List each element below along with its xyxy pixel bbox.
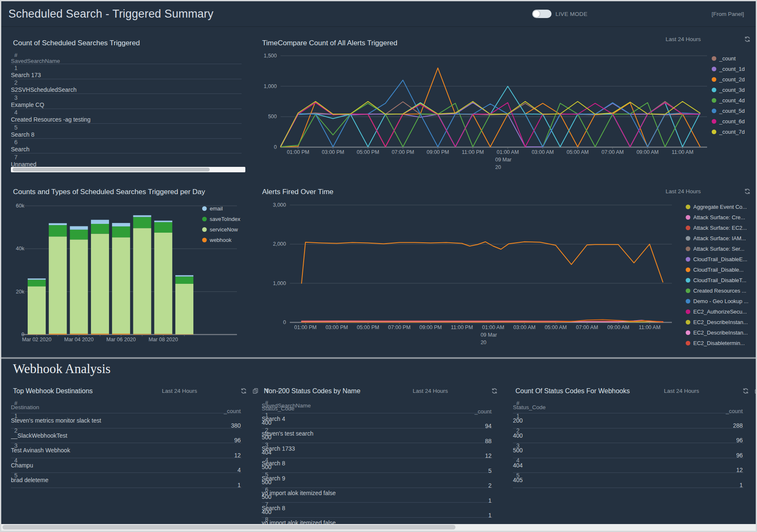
table-row[interactable]: 3Search 173340412 [262,443,492,458]
legend-item[interactable]: email [202,203,240,214]
svg-text:1,500: 1,500 [264,53,277,59]
legend-item[interactable]: Demo - Geo Lookup ... [686,296,749,306]
legend-item[interactable]: Attack Surface: Cre... [686,212,749,223]
legend-item[interactable]: _count_3d [712,85,745,95]
table-row[interactable]: 4Champu4 [11,458,242,473]
more-options-icon[interactable] [740,388,746,394]
legend-item[interactable]: EC2_Disabletermin... [686,338,749,348]
time-range-label[interactable]: Last 24 Hours [666,36,701,42]
live-mode-toggle[interactable] [532,10,551,18]
more-options-icon[interactable] [238,388,244,394]
legend-item[interactable]: _count_2d [712,74,745,85]
table-row[interactable]: 4Search 85005 [262,458,492,473]
legend-item[interactable]: _count_4d [712,95,745,106]
svg-text:05:00 AM: 05:00 AM [545,324,567,330]
refresh-icon[interactable] [656,10,663,18]
filter-icon[interactable] [477,388,483,394]
refresh-icon[interactable] [203,388,209,394]
table-row[interactable]: 2steven's test search50088 [262,428,492,444]
legend-item[interactable]: CloudTrail_DisableT... [686,275,749,285]
table-cell: 3 [11,94,242,101]
legend-swatch [712,77,716,82]
legend-item[interactable]: saveToIndex [202,214,240,224]
share-icon[interactable] [637,10,644,18]
copy-icon[interactable] [465,388,471,394]
legend-item[interactable]: Created Resources ... [686,285,749,296]
legend-item[interactable]: CloudTrail_DisableE... [686,254,749,265]
table-row[interactable]: 1Steven's metrics monitor slack test380 [11,413,242,428]
legend-label: serviceNow [210,226,238,233]
legend-item[interactable]: Attack Surface: IAM... [686,233,749,244]
table-horizontal-scrollbar[interactable] [11,167,245,172]
table-row[interactable]: 4Created Resources -ag testing [11,109,242,124]
filter-icon[interactable] [618,10,625,18]
legend-item[interactable]: serviceNow [202,224,240,235]
table-row[interactable]: 2S2SVHScheduledSearch [11,79,242,94]
copy-icon[interactable] [718,188,724,195]
table-row[interactable]: 1Search 173 [11,64,242,79]
time-range-label[interactable]: Last 24 Hours [162,388,197,394]
table-row[interactable]: 1Search 440094 [262,413,492,428]
legend-item[interactable]: CloudTrail_Disable... [686,265,749,275]
table-row[interactable]: 5Search 8 [11,124,242,139]
refresh-icon[interactable] [706,36,713,42]
edit-icon[interactable] [599,10,606,18]
svg-text:09:00 PM: 09:00 PM [427,149,449,155]
table-row[interactable]: 3Test Avinash Webhook12 [11,443,242,458]
refresh-icon[interactable] [706,188,713,195]
svg-text:09 Mar: 09 Mar [481,332,497,338]
table-row[interactable]: 54051 [513,473,744,488]
filter-icon[interactable] [728,388,734,394]
legend-swatch [686,309,690,314]
filter-icon[interactable] [730,188,736,195]
timecompare-chart[interactable]: 05001,0001,50001:00 PM03:00 PM05:00 PM07… [252,49,752,174]
table-row[interactable]: 6yo import alok itemized false5001 [262,488,492,503]
legend-item[interactable]: _count [712,53,745,64]
table-row[interactable]: 350096 [513,443,744,458]
table-row[interactable]: 2__SlackWebhookTest96 [11,428,242,444]
legend-item[interactable]: _count_7d [712,127,745,137]
scrollbar-thumb[interactable] [13,168,210,171]
legend-item[interactable]: Aggregate Event Co... [686,202,749,212]
legend-item[interactable]: webhook [202,235,240,245]
scrollbar-thumb[interactable] [3,525,455,529]
legend-item[interactable]: EC2_DescribeInstan... [686,327,749,338]
filter-icon[interactable] [226,388,232,394]
time-range-label[interactable]: Last 24 Hours [413,388,448,394]
clock-icon[interactable] [694,10,701,18]
alerts-legend: Aggregate Event Co...Attack Surface: Cre… [686,202,749,348]
legend-item[interactable]: _count_5d [712,106,745,116]
table-row[interactable]: 5brad deleteme1 [11,473,242,488]
page-horizontal-scrollbar[interactable] [1,524,756,531]
filter-icon[interactable] [730,36,736,42]
table-cell: 4 [11,109,242,116]
more-options-icon[interactable] [741,36,748,42]
more-options-icon[interactable] [489,388,495,394]
table-row[interactable]: 7Search 84001 [262,503,492,518]
table-row[interactable]: 6Search [11,139,242,154]
legend-item[interactable]: Attack Surface: Ser... [686,244,749,254]
alerts-chart[interactable]: 01,0002,0003,00001:00 PM03:00 PM05:00 PM… [252,197,679,356]
table-row[interactable]: 7Unnamed [11,153,242,169]
copy-icon[interactable] [716,388,723,394]
copy-icon[interactable] [214,388,221,394]
table-row[interactable]: 240096 [513,428,744,444]
more-options-icon[interactable] [741,188,748,195]
panel-title: Count of Scheduled Searches Triggered [13,39,140,47]
table-row[interactable]: 5Search 95002 [262,473,492,488]
table-row[interactable]: 3Example CQ [11,94,242,109]
refresh-icon[interactable] [705,388,711,394]
table-row[interactable]: 440412 [513,458,744,473]
refresh-icon[interactable] [453,388,460,394]
legend-item[interactable]: EC2_AuthorizeSecu... [686,306,749,317]
legend-item[interactable]: _count_6d [712,116,745,127]
table-row[interactable]: 1200288 [513,413,744,428]
copy-icon[interactable] [718,36,724,42]
table-cell: Example CQ [11,101,242,108]
legend-item[interactable]: EC2_DescribeInstan... [686,317,749,327]
legend-item[interactable]: _count_1d [712,64,745,74]
time-range-label[interactable]: Last 24 Hours [666,188,701,195]
legend-item[interactable]: Attack Surface: EC2... [686,223,749,233]
time-range-label[interactable]: Last 24 Hours [664,388,699,394]
more-options-icon[interactable] [675,10,682,18]
